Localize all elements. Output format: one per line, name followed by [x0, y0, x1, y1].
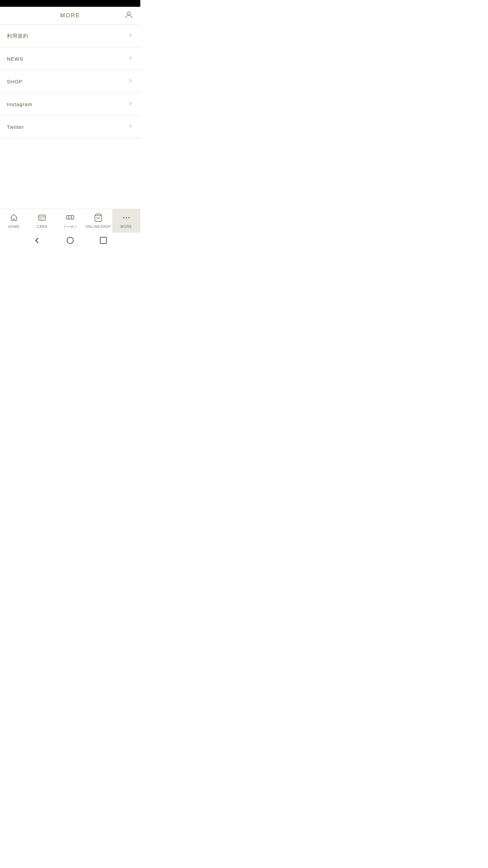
- home-button[interactable]: [65, 236, 75, 246]
- menu-item-instagram-label: Instagram: [7, 101, 33, 107]
- menu-item-news[interactable]: NEWS: [0, 47, 140, 70]
- menu-item-terms-label: 利用規約: [7, 33, 28, 39]
- chevron-right-icon: [127, 32, 134, 40]
- menu-item-terms[interactable]: 利用規約: [0, 25, 140, 47]
- empty-content-area: [0, 174, 140, 209]
- nav-home-label: HOME: [8, 225, 20, 229]
- nav-item-coupon[interactable]: クーポン: [56, 209, 84, 233]
- bottom-nav: HOME CARD クーポン: [0, 209, 140, 233]
- nav-card-label: CARD: [37, 225, 47, 229]
- home-icon: [9, 213, 18, 223]
- chevron-right-icon: [127, 78, 134, 85]
- recent-apps-button[interactable]: [99, 236, 108, 246]
- svg-point-13: [67, 237, 74, 244]
- device-nav-bar: [0, 233, 140, 250]
- nav-more-label: MORE: [121, 225, 132, 229]
- status-bar: [0, 0, 140, 7]
- header: MORE: [0, 7, 140, 25]
- nav-onlineshop-label: ONLINESHOP: [85, 225, 111, 229]
- menu-item-shop[interactable]: SHOP: [0, 70, 140, 93]
- menu-list: 利用規約 NEWS SHOP Instagram: [0, 25, 140, 174]
- nav-item-more[interactable]: MORE: [112, 209, 140, 233]
- menu-item-twitter[interactable]: Twitter: [0, 116, 140, 138]
- nav-item-onlineshop[interactable]: ONLINESHOP: [84, 209, 112, 233]
- svg-rect-1: [39, 215, 45, 220]
- svg-point-12: [128, 217, 129, 218]
- menu-item-news-label: NEWS: [7, 56, 23, 62]
- svg-point-0: [127, 12, 130, 15]
- page-title: MORE: [60, 12, 80, 19]
- menu-item-twitter-label: Twitter: [7, 124, 24, 130]
- nav-item-card[interactable]: CARD: [28, 209, 56, 233]
- menu-item-shop-label: SHOP: [7, 79, 23, 84]
- cart-icon: [94, 213, 103, 223]
- chevron-right-icon: [127, 55, 134, 62]
- nav-coupon-label: クーポン: [63, 224, 77, 229]
- more-icon: [122, 213, 131, 223]
- svg-point-11: [126, 217, 126, 218]
- card-icon: [38, 213, 46, 223]
- chevron-right-icon: [127, 123, 134, 131]
- coupon-icon: [66, 213, 75, 223]
- menu-item-instagram[interactable]: Instagram: [0, 93, 140, 116]
- svg-rect-14: [100, 237, 107, 244]
- back-button[interactable]: [32, 236, 42, 246]
- svg-point-10: [123, 217, 124, 218]
- person-icon[interactable]: [124, 10, 134, 21]
- nav-item-home[interactable]: HOME: [0, 209, 28, 233]
- chevron-right-icon: [127, 100, 134, 108]
